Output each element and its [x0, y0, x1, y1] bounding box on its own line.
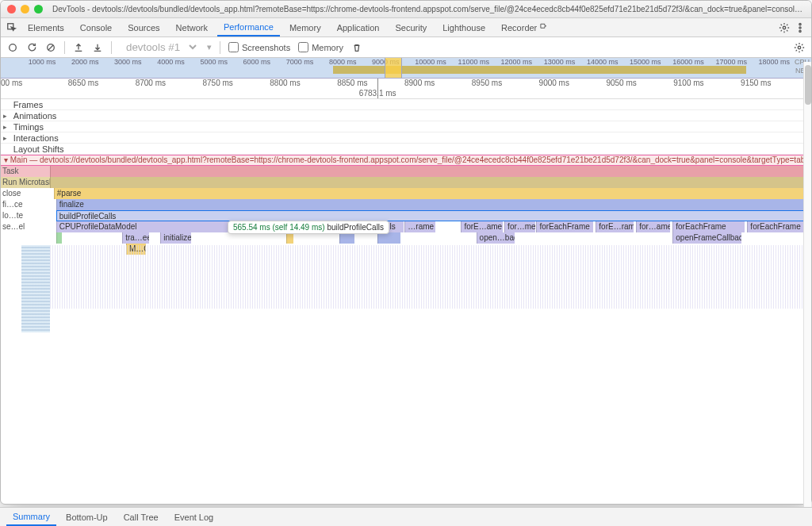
- track-animations[interactable]: ▸Animations: [1, 110, 811, 121]
- more-icon[interactable]: [794, 21, 806, 34]
- flame-bar-cpuprofile[interactable]: CPUProfileDataModel: [56, 221, 255, 232]
- download-icon[interactable]: [92, 42, 103, 53]
- vertical-scrollbar[interactable]: [803, 62, 811, 505]
- clear-icon[interactable]: [45, 42, 56, 53]
- track-layout-shifts[interactable]: Layout Shifts: [1, 144, 811, 155]
- tracks-list: Frames ▸Animations ▸Timings ▸Interaction…: [1, 99, 811, 155]
- flame-left-stripes: [21, 245, 50, 332]
- svg-point-5: [10, 44, 17, 51]
- flame-bar-microtasks[interactable]: [50, 177, 811, 188]
- window-titlebar: DevTools - devtools://devtools/bundled/d…: [1, 1, 811, 18]
- settings-icon[interactable]: [778, 21, 791, 34]
- flame-label-lote: lo…te: [1, 210, 50, 221]
- flame-bar-task[interactable]: [50, 166, 811, 177]
- flame-label-microtasks: Run Microtasks: [1, 177, 50, 188]
- flame-bar-openframecallback[interactable]: openFrameCallback: [672, 232, 741, 244]
- flame-bar-forerame[interactable]: forE…rame: [596, 221, 634, 232]
- tab-sources[interactable]: Sources: [121, 20, 166, 36]
- devtools-toolbar: Elements Console Sources Network Perform…: [1, 18, 811, 37]
- detail-ruler[interactable]: 00 ms 8650 ms 8700 ms 8750 ms 8800 ms 88…: [1, 79, 811, 99]
- overview-timeline[interactable]: 1000 ms 2000 ms 3000 ms 4000 ms 5000 ms …: [1, 58, 811, 79]
- flame-tooltip: 565.54 ms (self 14.49 ms) buildProfileCa…: [228, 221, 389, 234]
- flame-bar-initialize[interactable]: initialize: [160, 232, 190, 244]
- flame-fine-stripes: [50, 245, 811, 309]
- perf-settings-icon[interactable]: [794, 42, 805, 53]
- tab-console[interactable]: Console: [74, 20, 118, 36]
- track-frames[interactable]: Frames: [1, 99, 811, 110]
- svg-point-4: [799, 30, 801, 32]
- tab-application[interactable]: Application: [331, 20, 386, 36]
- flame-bar-traee[interactable]: tra…ee: [122, 232, 149, 244]
- flame-marker-line: [377, 166, 378, 451]
- tab-performance[interactable]: Performance: [217, 19, 280, 36]
- minimize-window-icon[interactable]: [21, 5, 29, 13]
- inspect-icon[interactable]: [6, 21, 18, 34]
- flame-bar-buildprofilecalls-selected[interactable]: buildProfileCalls: [56, 210, 811, 221]
- flame-bar-parse[interactable]: #parse: [54, 188, 811, 199]
- tab-memory[interactable]: Memory: [283, 20, 327, 36]
- flame-label-task: Task: [1, 166, 50, 177]
- flame-bar-y2[interactable]: [286, 232, 294, 244]
- close-window-icon[interactable]: [7, 5, 16, 13]
- flame-bar-openback[interactable]: open…back: [477, 232, 515, 244]
- flame-bar-foreachframe[interactable]: forEachFrame: [536, 221, 593, 232]
- trash-icon[interactable]: [351, 42, 362, 53]
- flame-label-fice: fi…ce: [1, 199, 50, 210]
- tab-elements[interactable]: Elements: [21, 20, 71, 36]
- scrollbar-thumb[interactable]: [805, 65, 811, 105]
- flame-bar-green-tiny[interactable]: [56, 232, 62, 244]
- track-timings[interactable]: ▸Timings: [1, 121, 811, 132]
- flame-bar-rame[interactable]: …rame: [404, 221, 435, 232]
- tab-network[interactable]: Network: [170, 20, 214, 36]
- flame-bar-finalize[interactable]: finalize: [56, 199, 811, 210]
- main-thread-header[interactable]: ▾ Main — devtools://devtools/bundled/dev…: [1, 155, 811, 166]
- flame-label-seel: se…el: [1, 221, 50, 232]
- overview-selection[interactable]: [385, 58, 401, 78]
- memory-checkbox[interactable]: Memory: [298, 42, 343, 52]
- svg-point-2: [799, 23, 801, 25]
- flame-bar-forame[interactable]: for…ame: [636, 221, 670, 232]
- perf-controls: devtools #1 ▾ Screenshots Memory: [1, 37, 811, 58]
- record-icon[interactable]: [7, 42, 18, 53]
- tab-recorder[interactable]: Recorder: [495, 20, 553, 36]
- svg-point-7: [798, 46, 801, 49]
- tab-security[interactable]: Security: [389, 20, 433, 36]
- reload-icon[interactable]: [26, 42, 37, 53]
- maximize-window-icon[interactable]: [34, 5, 43, 13]
- flame-label-close: close: [1, 188, 50, 199]
- time-marker-label: 6783.1 ms: [359, 89, 396, 98]
- svg-point-1: [783, 26, 786, 29]
- track-interactions[interactable]: ▸Interactions: [1, 132, 811, 144]
- flame-bar-foreachframe2[interactable]: forEachFrame: [672, 221, 745, 232]
- flame-chart[interactable]: Task Run Microtasks close #parse fi…ce f…: [1, 166, 811, 451]
- window-title: DevTools - devtools://devtools/bundled/d…: [52, 5, 805, 13]
- screenshots-checkbox[interactable]: Screenshots: [228, 42, 290, 52]
- flame-bar-b2[interactable]: [339, 232, 354, 244]
- devtools-window: DevTools - devtools://devtools/bundled/d…: [0, 0, 812, 505]
- upload-icon[interactable]: [73, 42, 84, 53]
- flame-bar-foreame[interactable]: forE…ame: [461, 221, 503, 232]
- flame-bar-b3[interactable]: [377, 232, 400, 244]
- tab-lighthouse[interactable]: Lighthouse: [436, 20, 492, 36]
- flame-bar-foreachframe3[interactable]: forEachFrame: [747, 221, 808, 232]
- flame-bar-forme[interactable]: for…me: [504, 221, 534, 232]
- recording-select[interactable]: devtools #1: [120, 39, 199, 56]
- svg-point-3: [799, 26, 801, 28]
